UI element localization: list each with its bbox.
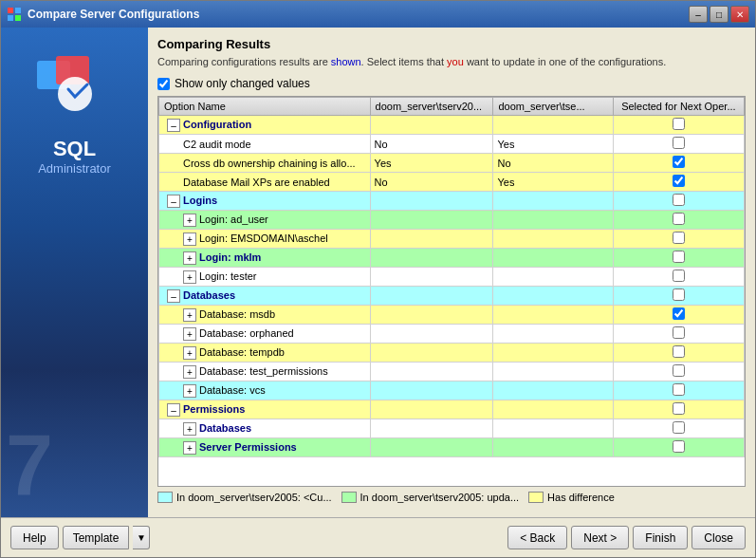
row-select-checkbox[interactable] (673, 213, 685, 225)
back-button[interactable]: < Back (507, 526, 567, 549)
content-area: SQL Administrator 7 Comparing Results Co… (1, 28, 755, 517)
row-select-checkbox[interactable] (673, 194, 685, 206)
table-header: Option Name doom_server\tserv20... doom_… (159, 98, 745, 116)
legend-item-1: In doom_server\tserv2005: <Cu... (157, 492, 332, 503)
row-label: Login: EMSDOMAIN\aschel (199, 232, 328, 244)
table-row: +Database: msdb (159, 306, 745, 325)
row-label: Databases (183, 289, 235, 301)
finish-button[interactable]: Finish (633, 526, 688, 549)
row-server1-value (370, 419, 493, 438)
row-server2-value (493, 363, 613, 381)
legend-item-3: Has difference (528, 492, 615, 503)
table-row: –Configuration (159, 116, 745, 135)
row-checkbox-cell (613, 116, 744, 135)
row-checkbox-cell (613, 249, 744, 268)
row-select-checkbox[interactable] (673, 175, 685, 187)
show-changed-label: Show only changed values (175, 77, 310, 90)
svg-rect-1 (15, 8, 21, 13)
maximize-button[interactable]: □ (710, 6, 728, 23)
row-server1-value (370, 211, 493, 230)
expand-icon[interactable]: + (183, 365, 196, 379)
row-select-checkbox[interactable] (673, 383, 685, 396)
row-select-checkbox[interactable] (673, 156, 685, 168)
row-label: Database: orphaned (199, 327, 294, 339)
row-select-checkbox[interactable] (673, 118, 685, 130)
row-label: Database Mail XPs are enabled (183, 177, 330, 188)
expand-icon[interactable]: + (183, 251, 196, 265)
bottom-right-buttons: < Back Next > Finish Close (507, 526, 746, 549)
main-window: Compare Server Configurations – □ ✕ SQL (0, 0, 756, 558)
table-row: +Database: vcs (159, 381, 745, 400)
close-window-button[interactable]: ✕ (730, 6, 749, 23)
row-checkbox-cell (613, 419, 744, 438)
expand-icon[interactable]: + (183, 384, 196, 398)
bottom-bar: Help Template ▼ < Back Next > Finish Clo… (1, 517, 755, 557)
svg-point-6 (58, 77, 92, 111)
row-checkbox-cell (613, 325, 744, 344)
row-label: Permissions (183, 403, 245, 415)
show-changed-checkbox[interactable] (157, 78, 170, 90)
row-select-checkbox[interactable] (673, 326, 685, 339)
row-select-checkbox[interactable] (673, 307, 685, 320)
row-server2-value (493, 381, 613, 400)
close-button[interactable]: Close (691, 526, 746, 549)
row-select-checkbox[interactable] (673, 364, 685, 377)
next-button[interactable]: Next > (571, 526, 629, 549)
row-select-checkbox[interactable] (673, 137, 685, 149)
collapse-icon[interactable]: – (167, 119, 180, 132)
comparison-table-wrapper[interactable]: Option Name doom_server\tserv20... doom_… (157, 96, 746, 487)
panel-description: Comparing configurations results are sho… (157, 55, 746, 69)
row-select-checkbox[interactable] (673, 270, 685, 282)
table-row: –Logins (159, 192, 745, 211)
row-select-checkbox[interactable] (673, 440, 685, 453)
legend-box-green (341, 492, 357, 503)
row-label: Server Permissions (199, 441, 297, 453)
row-label: Database: vcs (199, 384, 266, 396)
expand-icon[interactable]: + (183, 327, 196, 341)
expand-icon[interactable]: + (183, 441, 196, 455)
legend-row: In doom_server\tserv2005: <Cu... In doom… (157, 487, 746, 508)
row-label: Database: msdb (199, 308, 275, 320)
collapse-icon[interactable]: – (167, 289, 180, 303)
row-label: Database: test_permissions (199, 365, 328, 377)
expand-icon[interactable]: + (183, 214, 196, 227)
legend-box-cyan (157, 492, 173, 503)
row-server2-value (493, 249, 613, 268)
expand-icon[interactable]: + (183, 346, 196, 360)
row-server1-value (370, 268, 493, 287)
expand-icon[interactable]: + (183, 270, 196, 284)
table-row: Database Mail XPs are enabledNoYes (159, 173, 745, 192)
row-server2-value (493, 116, 613, 135)
sidebar: SQL Administrator 7 (1, 28, 148, 517)
svg-rect-0 (8, 8, 13, 13)
collapse-icon[interactable]: – (167, 195, 180, 208)
table-row: Cross db ownership chaining is allo...Ye… (159, 154, 745, 173)
expand-icon[interactable]: + (183, 308, 196, 322)
row-select-checkbox[interactable] (673, 421, 685, 434)
row-select-checkbox[interactable] (673, 288, 685, 301)
expand-icon[interactable]: + (183, 232, 196, 246)
expand-icon[interactable]: + (183, 422, 196, 436)
row-server1-value (370, 230, 493, 249)
desc-shown: shown (331, 56, 361, 67)
row-checkbox-cell (613, 230, 744, 249)
row-select-checkbox[interactable] (673, 402, 685, 415)
template-dropdown-button[interactable]: ▼ (133, 526, 150, 549)
row-checkbox-cell (613, 400, 744, 419)
window-controls: – □ ✕ (689, 6, 749, 23)
template-button[interactable]: Template (63, 526, 130, 549)
show-changed-row: Show only changed values (157, 77, 746, 90)
row-select-checkbox[interactable] (673, 232, 685, 244)
row-server2-value (493, 268, 613, 287)
minimize-button[interactable]: – (689, 6, 708, 23)
table-row: +Database: tempdb (159, 344, 745, 363)
table-row: +Server Permissions (159, 438, 745, 457)
help-button[interactable]: Help (10, 526, 59, 549)
row-select-checkbox[interactable] (673, 345, 685, 358)
row-server1-value (370, 249, 493, 268)
table-row: +Login: EMSDOMAIN\aschel (159, 230, 745, 249)
row-select-checkbox[interactable] (673, 251, 685, 263)
desc-you: you (447, 56, 464, 67)
row-server2-value (493, 400, 613, 419)
collapse-icon[interactable]: – (167, 403, 180, 417)
